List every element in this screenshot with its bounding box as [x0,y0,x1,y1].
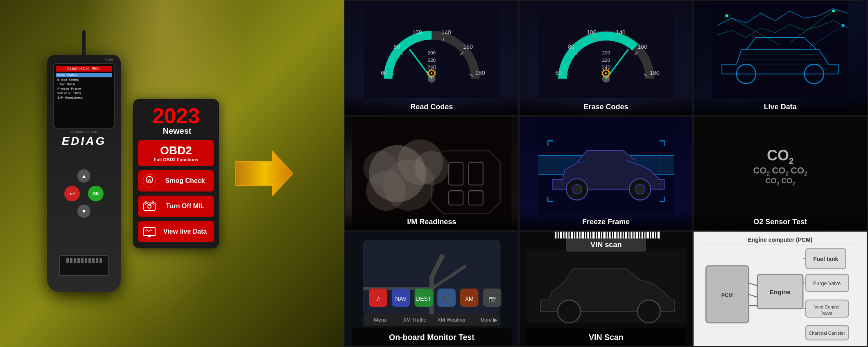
turn-off-mil-btn: Turn Off MIL [138,196,214,217]
svg-rect-140 [612,232,613,239]
co2-row: CO2 CO2 CO2 [753,165,807,177]
svg-rect-141 [614,232,616,239]
svg-point-70 [363,151,398,185]
obd-port-pins [60,256,108,265]
info-card: 2023 Newest OBD2 Full OBD2 Functions Sm [133,99,219,248]
svg-text:Valve: Valve [821,311,832,316]
svg-rect-152 [644,232,645,239]
svg-text:Fuel tank: Fuel tank [814,256,839,263]
svg-text:160: 160 [637,43,647,50]
o2-sensor-card: CO2 CO2 CO2 CO2 CO2 CO2 O2 Sensor Test [694,117,867,231]
svg-rect-122 [563,232,564,239]
svg-text:Engine computer (PCM): Engine computer (PCM) [748,237,813,243]
svg-rect-127 [576,232,578,239]
o2-sensor-label-bar: O2 Sensor Test [694,210,867,230]
svg-text:180: 180 [650,70,660,76]
svg-rect-125 [571,232,573,239]
smog-check-label: Smog Check [160,177,210,185]
svg-text:Engine: Engine [770,289,791,296]
screen-header: Diagnostic Menu [56,66,112,72]
svg-point-62 [832,9,835,12]
screen-menu-item-5: Vehicle Info. [56,91,112,95]
svg-rect-154 [650,232,651,239]
svg-text:📷: 📷 [489,295,496,302]
svg-rect-138 [606,232,608,239]
read-codes-label-bar: Read Codes [345,95,518,115]
freeze-frame-label: Freeze Frame [524,218,689,226]
right-panel: 60 80 100 140 160 180 200 220 240 ⚙ Read… [344,0,868,347]
svg-text:100: 100 [587,29,597,36]
obd2-title: OBD2 [142,144,210,157]
engine-diagram-svg: Engine computer (PCM) Fuel tank Engine P… [694,232,867,346]
svg-rect-150 [639,232,640,239]
svg-text:♪: ♪ [376,293,380,302]
obd-pin [77,258,80,263]
erase-codes-label-bar: Erase Codes [520,95,693,115]
svg-text:XM Traffic: XM Traffic [403,317,426,323]
live-data-icon [142,224,157,239]
vin-scan-card: VIN scan [520,232,693,346]
scanner-device: YA-101 Diagnostic Menu Read Codes Erase … [47,55,121,292]
svg-rect-151 [641,232,643,239]
btn-middle-row: ↩ OK [57,186,111,201]
svg-text:Vent Control: Vent Control [814,304,839,309]
freeze-frame-label-bar: Freeze Frame [520,210,693,230]
svg-point-116 [637,300,660,323]
im-readiness-label-bar: I/M Readiness [345,210,518,230]
svg-rect-11 [148,236,151,237]
svg-text:180: 180 [475,70,485,76]
svg-text:VIN scan: VIN scan [590,241,622,249]
svg-text:Purge Valve: Purge Valve [813,281,841,286]
btn-back[interactable]: ↩ [64,186,80,201]
svg-rect-148 [633,232,635,239]
svg-rect-147 [631,232,632,239]
btn-down[interactable]: ▼ [77,205,90,218]
svg-rect-129 [581,232,584,239]
svg-text:140: 140 [616,29,626,36]
svg-text:DEST: DEST [416,295,432,302]
o2-sensor-label: O2 Sensor Test [698,218,863,226]
obd-pin [99,258,102,263]
obd-pin [66,258,69,263]
svg-text:Menu: Menu [374,317,387,323]
svg-text:80: 80 [393,43,400,50]
btn-up[interactable]: ▲ [77,169,90,183]
btn-row-up: ▲ [57,169,111,183]
co2-row-2: CO2 CO2 [765,177,795,187]
svg-rect-124 [568,232,570,239]
co2-overlay: CO2 CO2 CO2 CO2 CO2 CO2 [694,117,867,219]
live-data-card: Live Data [694,1,867,115]
obd-port [59,255,108,276]
svg-text:NAV: NAV [395,295,407,302]
btn-ok[interactable]: OK [88,186,104,201]
left-panel: YA-101 Diagnostic Menu Read Codes Erase … [0,0,344,347]
scanner-brand-area: EDIAG [53,135,115,148]
screen-menu-item-2: Erase Codes [56,77,112,82]
erase-codes-speedometer: 60 80 100 140 160 180 200 220 240 ⚙ [520,1,693,98]
svg-text:On-board Monitor Test: On-board Monitor Test [389,333,475,342]
svg-text:⚙: ⚙ [600,66,612,81]
live-data-label: Live Data [698,103,863,111]
smog-check-icon [142,174,157,188]
smog-check-btn: Smog Check [138,170,214,192]
svg-rect-130 [585,232,586,239]
obd-pin [81,258,84,263]
obd2-subtitle: Full OBD2 Functions [142,157,210,162]
live-data-visual [694,1,867,98]
model-label: YA-101 [104,58,113,61]
svg-rect-121 [560,232,562,239]
obd-pin [88,258,91,263]
svg-rect-143 [619,232,621,239]
view-live-data-btn: View live Data [138,221,214,242]
svg-text:More ▶: More ▶ [480,317,497,323]
newest-text: Newest [163,126,191,135]
svg-point-4 [148,205,151,208]
svg-text:📞: 📞 [443,295,450,302]
freeze-frame-visual [520,117,693,214]
scanner-brand-name: EDIAG [53,135,115,148]
svg-rect-136 [601,232,602,239]
view-live-data-label: View live Data [160,228,210,235]
erase-codes-label: Erase Codes [524,103,689,111]
btn-row-down: ▼ [57,205,111,218]
svg-text:200: 200 [427,50,436,56]
